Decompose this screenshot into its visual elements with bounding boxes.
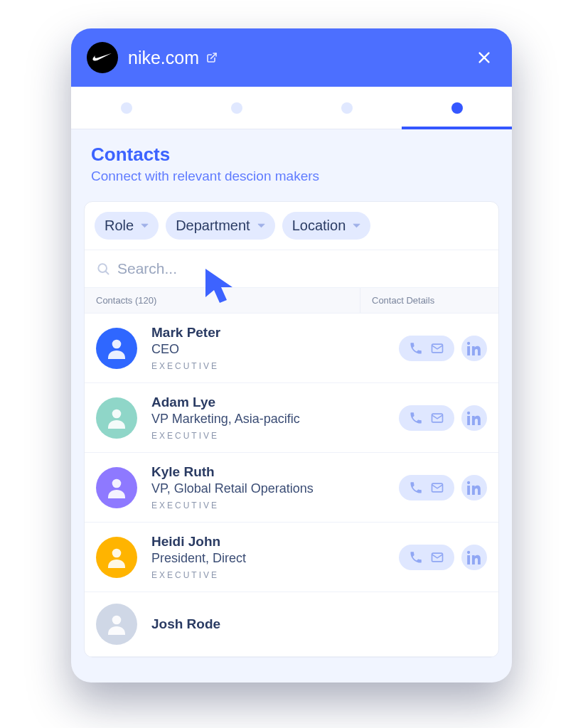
svg-point-9 (112, 478, 122, 488)
contact-tag: EXECUTIVE (151, 570, 399, 580)
section-subtitle: Connect with relevant descion makers (91, 168, 492, 184)
avatar (96, 397, 137, 439)
svg-point-7 (112, 409, 122, 418)
company-domain[interactable]: nike.com (128, 48, 199, 68)
contact-info: Josh Rode (151, 616, 487, 632)
contact-row[interactable]: Adam LyeVP Marketing, Asia-pacificEXECUT… (85, 383, 498, 453)
chevron-down-icon (353, 222, 360, 230)
contact-name: Heidi John (151, 534, 399, 550)
company-logo (87, 42, 118, 73)
chevron-down-icon (257, 222, 265, 230)
tab-1[interactable] (181, 87, 292, 129)
mail-icon (430, 341, 444, 355)
contacts-table-panel: Role Department Location (84, 201, 499, 658)
linkedin-button[interactable] (461, 475, 487, 500)
search-bar (85, 250, 498, 288)
contact-row[interactable]: Kyle RuthVP, Global Retail OperationsEXE… (85, 453, 498, 523)
tab-2[interactable] (292, 87, 402, 129)
contact-name: Josh Rode (151, 616, 487, 632)
phone-email-button[interactable] (399, 545, 454, 570)
search-icon (96, 262, 110, 276)
contact-title: President, Direct (151, 551, 399, 566)
avatar (96, 537, 137, 578)
phone-email-button[interactable] (399, 405, 454, 431)
svg-line-4 (106, 272, 109, 274)
filter-chip-department[interactable]: Department (166, 212, 275, 240)
contacts-panel-card: nike.com Contacts Connect with relevant … (71, 28, 512, 682)
contact-info: Kyle RuthVP, Global Retail OperationsEXE… (151, 464, 399, 510)
avatar (96, 604, 137, 645)
contact-tag: EXECUTIVE (151, 431, 399, 441)
contact-info: Heidi JohnPresident, DirectEXECUTIVE (151, 534, 399, 580)
section-header: Contacts Connect with relevant descion m… (71, 129, 512, 191)
contact-name: Kyle Ruth (151, 464, 399, 480)
filter-row: Role Department Location (85, 202, 498, 250)
contact-title: VP Marketing, Asia-pacific (151, 412, 399, 427)
avatar (96, 467, 137, 508)
external-link-icon[interactable] (206, 52, 218, 63)
contact-name: Adam Lye (151, 395, 399, 410)
tab-3[interactable] (402, 87, 512, 129)
contact-actions (399, 545, 487, 570)
svg-point-13 (112, 616, 122, 625)
contact-row[interactable]: Mark PeterCEOEXECUTIVE (85, 314, 498, 383)
chevron-down-icon (141, 222, 149, 230)
mail-icon (430, 481, 444, 495)
contact-title: CEO (151, 342, 399, 357)
contact-info: Mark PeterCEOEXECUTIVE (151, 325, 399, 371)
svg-point-5 (112, 339, 122, 348)
tab-0[interactable] (71, 87, 181, 129)
tab-bar (71, 87, 512, 129)
phone-icon (409, 481, 423, 495)
phone-email-button[interactable] (399, 475, 454, 500)
filter-label: Location (292, 218, 346, 234)
filter-chip-role[interactable]: Role (95, 212, 159, 240)
window-header: nike.com (71, 28, 512, 87)
contact-tag: EXECUTIVE (151, 500, 399, 510)
phone-icon (409, 550, 423, 564)
close-button[interactable] (472, 46, 496, 70)
filter-chip-location[interactable]: Location (282, 212, 371, 240)
filter-label: Role (105, 218, 134, 234)
contact-name: Mark Peter (151, 325, 399, 341)
table-header-details: Contact Details (360, 288, 498, 313)
contact-actions (399, 475, 487, 500)
mail-icon (430, 550, 444, 564)
linkedin-button[interactable] (461, 336, 487, 361)
mail-icon (430, 411, 444, 425)
linkedin-button[interactable] (461, 405, 487, 431)
section-title: Contacts (91, 144, 492, 166)
svg-point-11 (112, 548, 122, 557)
contact-title: VP, Global Retail Operations (151, 481, 399, 496)
phone-email-button[interactable] (399, 336, 454, 361)
contact-info: Adam LyeVP Marketing, Asia-pacificEXECUT… (151, 395, 399, 441)
contact-actions (399, 336, 487, 361)
avatar (96, 328, 137, 369)
search-input[interactable] (117, 260, 487, 277)
contact-row[interactable]: Josh Rode (85, 592, 498, 657)
phone-icon (409, 411, 423, 425)
phone-icon (409, 341, 423, 355)
table-header-contacts: Contacts (120) (85, 288, 360, 313)
table-header: Contacts (120) Contact Details (85, 288, 498, 314)
contact-row[interactable]: Heidi JohnPresident, DirectEXECUTIVE (85, 523, 498, 592)
contact-actions (399, 405, 487, 431)
svg-line-0 (211, 53, 216, 58)
linkedin-button[interactable] (461, 545, 487, 570)
contact-tag: EXECUTIVE (151, 361, 399, 371)
filter-label: Department (176, 218, 250, 234)
